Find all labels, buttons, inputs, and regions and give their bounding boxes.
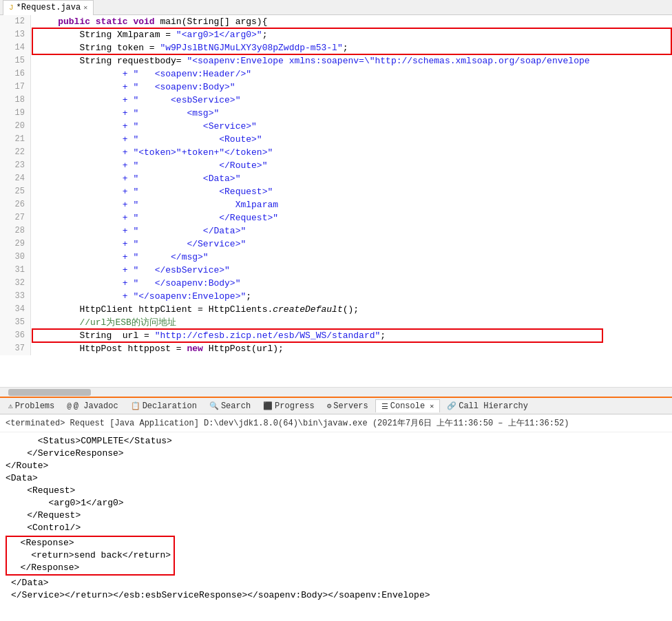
console-line: <Control/> [6, 522, 666, 534]
bottom-tab-call-hierarchy[interactable]: 🔗Call Hierarchy [441, 400, 534, 412]
bottom-tab-console[interactable]: ☰Console✕ [375, 399, 440, 412]
line-number: 31 [0, 264, 31, 277]
line-code: + " <soapenv:Body>" [31, 81, 672, 94]
console-line: </ServiceResponse> [6, 448, 666, 460]
code-line: 29 + " </Service>" [0, 238, 672, 251]
line-code: HttpPost httppost = new HttpPost(url); [31, 342, 672, 355]
bottom-tab-label: Console [390, 401, 425, 411]
line-number: 36 [0, 329, 31, 342]
code-line: 28 + " </Data>" [0, 224, 672, 238]
line-number: 17 [0, 81, 31, 94]
line-code: + " </Data>" [31, 224, 672, 238]
bottom-tab-label: Progress [275, 401, 315, 411]
request-java-tab[interactable]: J *Request.java ✕ [3, 0, 94, 15]
bottom-tab-icon: @ [67, 402, 72, 410]
line-code: + " </Request>" [31, 211, 672, 224]
line-number: 27 [0, 211, 31, 224]
code-line: 14 String token = "w9PJslBtNGJMuLXY3y08p… [0, 41, 672, 54]
line-number: 21 [0, 133, 31, 146]
line-number: 29 [0, 238, 31, 251]
line-code: HttpClient httpClient = HttpClients.crea… [31, 303, 672, 316]
code-line: 36 String url = "http://cfesb.zicp.net/e… [0, 329, 672, 342]
line-code: + " </Route>" [31, 159, 672, 172]
line-code: + " </msg>" [31, 251, 672, 264]
code-line: 18 + " <esbService>" [0, 94, 672, 107]
horizontal-scrollbar[interactable] [0, 387, 672, 397]
line-code: + " <soapenv:Header/>" [31, 67, 672, 81]
response-highlight-box: <Response> <return>send back</return> </… [6, 536, 175, 576]
bottom-tab-servers[interactable]: ⚙Servers [322, 400, 374, 412]
bottom-tab-@-javadoc[interactable]: @@ Javadoc [61, 400, 123, 412]
code-line: 24 + " <Data>" [0, 172, 672, 185]
code-line: 22 + "<token>"+token+"</token>" [0, 146, 672, 159]
bottom-tab-icon: 🔍 [209, 401, 219, 410]
code-line: 26 + " Xmlparam [0, 198, 672, 211]
line-code: + "</soapenv:Envelope>"; [31, 290, 672, 303]
line-code: + " <Request>" [31, 185, 672, 198]
line-number: 12 [0, 15, 31, 28]
line-code: + " </soapenv:Body>" [31, 277, 672, 290]
line-number: 35 [0, 316, 31, 329]
line-code: + " </esbService>" [31, 264, 672, 277]
bottom-tab-declaration[interactable]: 📋Declaration [125, 400, 202, 412]
line-code: + " <Data>" [31, 172, 672, 185]
code-line: 13 String Xmlparam = "<arg0>1</arg0>"; [0, 28, 672, 41]
line-code: + "<token>"+token+"</token>" [31, 146, 672, 159]
console-footer-line: </Data> [6, 577, 666, 589]
console-footer-line: </Service></return></esb:esbServiceRespo… [6, 589, 666, 602]
line-code: String token = "w9PJslBtNGJMuLXY3y08pZwd… [31, 41, 672, 54]
console-line: </Route> [6, 460, 666, 472]
line-number: 34 [0, 303, 31, 316]
code-line: 19 + " <msg>" [0, 107, 672, 120]
code-line: 15 String requestbody= "<soapenv:Envelop… [0, 54, 672, 67]
line-number: 19 [0, 107, 31, 120]
response-line: <return>send back</return> [7, 549, 174, 562]
line-code: + " <Route>" [31, 133, 672, 146]
tab-bar: J *Request.java ✕ [0, 0, 672, 15]
bottom-tab-label: Declaration [143, 401, 197, 411]
line-number: 22 [0, 146, 31, 159]
console-line: </Request> [6, 509, 666, 522]
code-line: 27 + " </Request>" [0, 211, 672, 224]
console-close-icon[interactable]: ✕ [430, 402, 434, 410]
line-number: 32 [0, 277, 31, 290]
line-code: + " </Service>" [31, 238, 672, 251]
response-line: </Response> [7, 562, 174, 574]
code-line: 20 + " <Service>" [0, 120, 672, 133]
bottom-panel-tabs: ⚠Problems@@ Javadoc📋Declaration🔍Search⬛P… [0, 397, 672, 414]
code-line: 35 //url为ESB的访问地址 [0, 316, 672, 329]
code-line: 30 + " </msg>" [0, 251, 672, 264]
code-line: 17 + " <soapenv:Body>" [0, 81, 672, 94]
code-line: 12 public static void main(String[] args… [0, 15, 672, 28]
bottom-tab-icon: ⬛ [263, 401, 273, 410]
line-code: + " Xmlparam [31, 198, 672, 211]
bottom-tab-search[interactable]: 🔍Search [204, 400, 256, 412]
code-line: 23 + " </Route>" [0, 159, 672, 172]
line-number: 23 [0, 159, 31, 172]
bottom-tab-problems[interactable]: ⚠Problems [3, 400, 60, 412]
tab-close-button[interactable]: ✕ [83, 3, 87, 12]
bottom-tab-icon: 📋 [131, 401, 140, 410]
code-line: 34 HttpClient httpClient = HttpClients.c… [0, 303, 672, 316]
console-header: <terminated> Request [Java Application] … [0, 416, 672, 432]
line-number: 37 [0, 342, 31, 355]
code-line: 16 + " <soapenv:Header/>" [0, 67, 672, 81]
java-file-icon: J [9, 3, 14, 12]
bottom-tab-label: @ Javadoc [74, 401, 118, 411]
bottom-tab-progress[interactable]: ⬛Progress [258, 400, 320, 412]
line-number: 13 [0, 28, 31, 41]
code-line: 33 + "</soapenv:Envelope>"; [0, 290, 672, 303]
line-code: + " <Service>" [31, 120, 672, 133]
line-code: public static void main(String[] args){ [31, 15, 672, 28]
line-number: 24 [0, 172, 31, 185]
bottom-tab-icon: ⚠ [8, 401, 13, 410]
line-number: 20 [0, 120, 31, 133]
console-line: <Data> [6, 472, 666, 485]
scrollbar-thumb[interactable] [8, 389, 91, 396]
code-editor: 12 public static void main(String[] args… [0, 15, 672, 387]
console-content: <Status>COMPLETE</Status> </ServiceRespo… [0, 434, 672, 603]
code-line: 32 + " </soapenv:Body>" [0, 277, 672, 290]
line-code: String Xmlparam = "<arg0>1</arg0>"; [31, 28, 672, 41]
bottom-tab-icon: ☰ [381, 402, 388, 411]
line-code: + " <msg>" [31, 107, 672, 120]
